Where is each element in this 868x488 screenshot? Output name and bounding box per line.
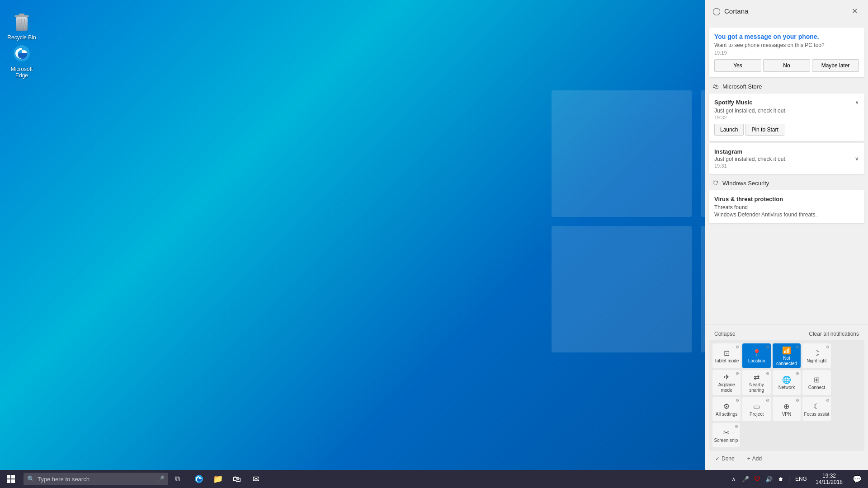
tray-divider <box>789 474 789 483</box>
vpn-button[interactable]: ⚙ ⊕ VPN <box>773 397 801 421</box>
airplane-mode-button[interactable]: ⚙ ✈ Airplane mode <box>712 370 741 395</box>
recycle-bin-label: Recycle Bin <box>7 34 36 41</box>
microsoft-store-section-header: 🛍 Microsoft Store <box>705 79 868 92</box>
vpn-label: VPN <box>782 412 792 417</box>
task-view-button[interactable]: ⧉ <box>168 470 186 488</box>
search-bar[interactable]: 🔍 Type here to search 🎤 <box>24 473 168 485</box>
no-button[interactable]: No <box>763 59 810 72</box>
file-explorer-button[interactable]: 📁 <box>209 470 227 488</box>
project-label: Project <box>750 412 764 417</box>
nearby-sharing-button[interactable]: ⚙ ⇄ Nearby sharing <box>742 370 770 395</box>
svg-rect-1 <box>19 14 24 16</box>
night-light-icon: ☽ <box>813 349 820 357</box>
system-clock[interactable]: 19:32 14/11/2018 <box>812 470 846 488</box>
mail-taskbar-button[interactable]: ✉ <box>247 470 265 488</box>
pin-to-start-button[interactable]: Pin to Start <box>745 124 784 136</box>
quick-actions-row4: ⚙ ✂ Screen snip <box>712 423 861 447</box>
night-light-button[interactable]: ⚙ ☽ Night light <box>802 343 830 368</box>
add-label: Add <box>752 455 762 462</box>
network-settings-icon[interactable]: ⚙ <box>796 371 799 376</box>
connect-label: Connect <box>808 385 825 390</box>
yes-button[interactable]: Yes <box>714 59 761 72</box>
not-connected-settings-icon[interactable]: ⚙ <box>796 345 799 349</box>
action-center-close-button[interactable]: ✕ <box>848 5 861 17</box>
volume-icon[interactable]: 🔊 <box>764 470 774 488</box>
tablet-mode-button[interactable]: ⚙ ⊡ Tablet mode <box>712 343 741 368</box>
screen-snip-button[interactable]: ⚙ ✂ Screen snip <box>712 423 740 447</box>
tablet-mode-icon: ⊡ <box>724 349 730 357</box>
collapse-button[interactable]: Collapse <box>712 330 737 338</box>
store-icon: 🛍 <box>233 474 241 484</box>
edge-taskbar-button[interactable] <box>190 470 208 488</box>
instagram-notif-body: Just got installed, check it out. <box>714 156 787 162</box>
maybe-later-button[interactable]: Maybe later <box>812 59 859 72</box>
project-button[interactable]: ⚙ ▭ Project <box>742 397 770 421</box>
location-button[interactable]: ⚙ 📍 Location <box>742 343 770 368</box>
clear-all-button[interactable]: Clear all notifications <box>807 330 861 338</box>
start-button[interactable] <box>0 470 22 488</box>
action-center-button[interactable]: 💬 <box>848 470 866 488</box>
defender-alert-icon[interactable]: 🛡 <box>752 470 763 488</box>
taskbar: 🔍 Type here to search 🎤 ⧉ 📁 🛍 ✉ ∧ <box>0 470 868 488</box>
instagram-name: Instagram <box>714 148 787 155</box>
action-center-title-text: Cortana <box>724 7 748 15</box>
tray-chevron[interactable]: ∧ <box>728 470 739 488</box>
done-button[interactable]: ✓ Done <box>712 454 737 464</box>
airplane-icon: ✈ <box>724 373 730 381</box>
airplane-settings-icon[interactable]: ⚙ <box>736 371 739 376</box>
microsoft-edge-icon[interactable]: Microsoft Edge <box>4 41 40 80</box>
all-settings-label: All settings <box>716 412 737 417</box>
add-plus-icon: + <box>747 455 750 462</box>
action-center-panel: ◯ Cortana ✕ You got a message on your ph… <box>705 0 868 470</box>
recycle-bin-icon[interactable]: Recycle Bin <box>4 9 40 42</box>
phone-message-notification: You got a message on your phone. Want to… <box>709 28 864 77</box>
spotify-chevron-icon[interactable]: ∧ <box>855 99 859 106</box>
screen-snip-settings-icon[interactable]: ⚙ <box>735 424 738 429</box>
taskbar-right: ∧ 🎤 🛡 🔊 ENG 19:32 14/11/2018 💬 <box>728 470 868 488</box>
windows-security-section-header: 🛡 Windows Security <box>705 176 868 188</box>
focus-assist-button[interactable]: ⚙ ☾ Focus assist <box>802 397 830 421</box>
focus-settings-icon[interactable]: ⚙ <box>826 398 830 403</box>
phone-notif-title: You got a message on your phone. <box>714 33 859 40</box>
project-settings-icon[interactable]: ⚙ <box>766 398 769 403</box>
action-center-title: ◯ Cortana <box>712 7 748 15</box>
all-settings-button[interactable]: ⚙ ⚙ All settings <box>712 397 741 421</box>
quick-actions-row2: ⚙ ✈ Airplane mode ⚙ ⇄ Nearby sharing ⚙ 🌐… <box>712 370 861 395</box>
search-placeholder: Type here to search <box>38 476 90 483</box>
instagram-chevron-icon[interactable]: ∨ <box>855 155 859 162</box>
tablet-mode-label: Tablet mode <box>714 358 739 364</box>
not-connected-button[interactable]: ⚙ 📶 Not connected <box>773 343 801 368</box>
nearby-settings-icon[interactable]: ⚙ <box>766 371 769 376</box>
done-checkmark-icon: ✓ <box>715 455 720 462</box>
phone-notif-time: 19:19 <box>714 50 859 56</box>
quick-actions-row1: ⚙ ⊡ Tablet mode ⚙ 📍 Location ⚙ 📶 Not con… <box>712 343 861 368</box>
notifications-list: You got a message on your phone. Want to… <box>705 22 868 324</box>
location-settings-icon[interactable]: ⚙ <box>766 345 769 349</box>
connect-button[interactable]: ⊞ Connect <box>802 370 830 395</box>
vpn-settings-icon[interactable]: ⚙ <box>796 398 799 403</box>
launch-button[interactable]: Launch <box>714 124 744 136</box>
vpn-icon: ⊕ <box>783 402 789 411</box>
clock-time: 19:32 <box>822 473 836 479</box>
network-tray-icon[interactable] <box>775 470 786 488</box>
language-indicator[interactable]: ENG <box>792 470 810 488</box>
nearby-label: Nearby sharing <box>743 382 769 393</box>
microphone-icon[interactable]: 🎤 <box>157 475 165 483</box>
add-button[interactable]: + Add <box>745 454 764 464</box>
taskbar-pinned-apps: 📁 🛍 ✉ <box>190 470 265 488</box>
network-button[interactable]: ⚙ 🌐 Network <box>773 370 801 395</box>
action-center-header: ◯ Cortana ✕ <box>705 0 868 22</box>
quick-actions-row3: ⚙ ⚙ All settings ⚙ ▭ Project ⚙ ⊕ VPN <box>712 397 861 421</box>
microphone-tray-icon[interactable]: 🎤 <box>740 470 751 488</box>
security-notif-title: Virus & threat protection <box>714 196 859 202</box>
phone-notif-actions: Yes No Maybe later <box>714 59 859 72</box>
night-light-settings-icon[interactable]: ⚙ <box>826 345 830 349</box>
done-add-row: ✓ Done + Add <box>709 451 864 466</box>
close-icon: ✕ <box>852 7 858 15</box>
tablet-mode-settings-icon[interactable]: ⚙ <box>736 345 739 349</box>
folder-icon: 📁 <box>213 474 223 484</box>
task-view-icon: ⧉ <box>175 475 180 483</box>
store-taskbar-button[interactable]: 🛍 <box>228 470 246 488</box>
cortana-icon: ◯ <box>712 7 721 15</box>
all-settings-settings-icon[interactable]: ⚙ <box>736 398 739 403</box>
